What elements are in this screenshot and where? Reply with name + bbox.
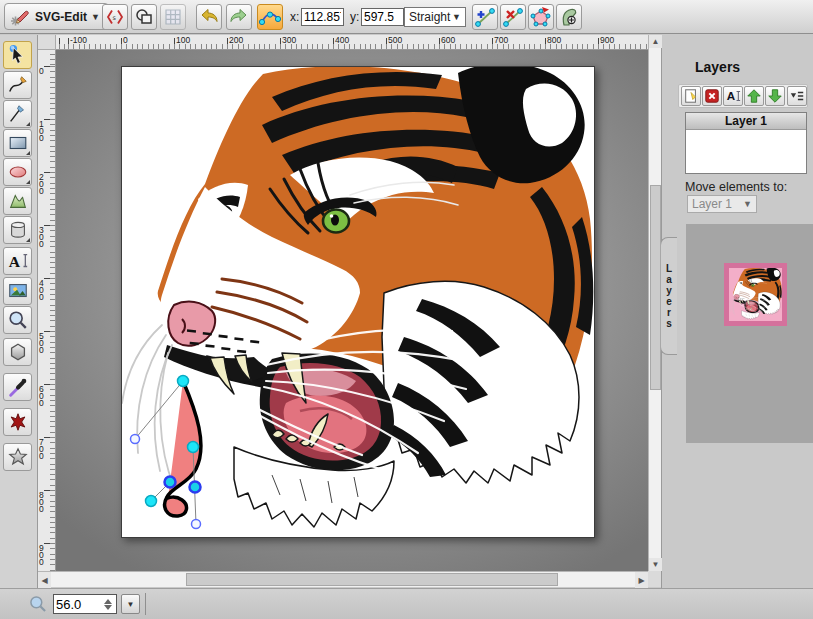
tool-pencil[interactable] <box>3 71 32 99</box>
move-layer-down-button[interactable] <box>765 86 785 106</box>
new-layer-button[interactable] <box>681 86 701 106</box>
layer-row[interactable]: Layer 1 <box>686 113 806 130</box>
svg-text:s: s <box>112 14 116 22</box>
undo-button[interactable] <box>196 4 222 30</box>
v-ruler-label: 0 <box>39 68 44 75</box>
tool-select[interactable] <box>3 41 32 69</box>
move-layer-up-button[interactable] <box>744 86 764 106</box>
layers-panel-title: Layers <box>695 59 740 75</box>
tool-star[interactable] <box>3 443 32 471</box>
zoom-spinner[interactable] <box>102 597 114 611</box>
vertical-ruler: 01 0 02 0 03 0 04 0 05 0 06 0 07 0 08 0 … <box>38 50 56 571</box>
chevron-down-icon: ▼ <box>743 199 752 209</box>
tool-zoom[interactable] <box>3 306 32 334</box>
tool-image[interactable] <box>3 277 32 305</box>
zoom-dropdown-button[interactable]: ▼ <box>121 594 140 614</box>
h-ruler-label: 600 <box>441 35 455 45</box>
path-node-selected[interactable] <box>146 496 157 507</box>
main-menu-button[interactable]: SVG-Edit ▼ <box>4 3 109 30</box>
path-node[interactable] <box>165 477 176 488</box>
delete-layer-button[interactable] <box>702 86 722 106</box>
eyedropper-icon <box>7 376 29 398</box>
zoom-icon <box>28 594 48 614</box>
rename-layer-button[interactable]: A <box>723 86 743 106</box>
scroll-up-arrow[interactable]: ▲ <box>649 35 662 48</box>
tool-eyedropper[interactable] <box>3 373 32 401</box>
tool-path[interactable] <box>3 187 32 215</box>
delete-node-button[interactable] <box>500 4 526 30</box>
menu-label: SVG-Edit <box>35 10 87 24</box>
ellipse-tool-icon <box>7 161 29 183</box>
segment-type-select[interactable]: Straight ▼ <box>404 7 466 27</box>
move-elements-select[interactable]: Layer 1 ▼ <box>687 195 757 213</box>
add-node-button[interactable] <box>472 4 498 30</box>
scroll-left-arrow[interactable]: ◀ <box>38 572 51 588</box>
v-ruler-label: 8 0 0 <box>39 492 44 513</box>
path-node-selected[interactable] <box>188 442 199 453</box>
node-tool-button[interactable] <box>257 4 283 30</box>
h-ruler-label: 900 <box>600 35 614 45</box>
canvas-thumbnail[interactable] <box>724 263 787 326</box>
horizontal-scrollbar[interactable]: ◀ ▶ <box>38 571 648 587</box>
source-editor-icon: s <box>105 7 125 27</box>
svg-edit-logo-icon <box>9 6 31 28</box>
tool-polygon[interactable] <box>3 338 32 366</box>
zoom-tool-icon <box>7 309 29 331</box>
left-toolbar: A <box>0 35 38 588</box>
grid-button[interactable] <box>160 4 186 30</box>
document-properties-button[interactable] <box>131 4 157 30</box>
scroll-right-arrow[interactable]: ▶ <box>635 572 648 588</box>
workspace[interactable] <box>56 50 648 571</box>
chevron-down-icon: ▼ <box>452 12 461 22</box>
h-ruler-label: 500 <box>388 35 402 45</box>
layer-options-button[interactable] <box>787 86 807 106</box>
zoom-input-wrap <box>53 594 117 614</box>
shapes-icon <box>134 7 154 27</box>
v-ruler-label: 5 0 0 <box>39 333 44 354</box>
redo-button[interactable] <box>226 4 252 30</box>
h-ruler-label: 100 <box>176 35 190 45</box>
arrow-down-icon <box>767 88 783 104</box>
x-input[interactable] <box>301 8 344 26</box>
add-subpath-button[interactable] <box>556 4 582 30</box>
h-ruler-label: 300 <box>282 35 296 45</box>
horizontal-scroll-thumb[interactable] <box>186 573 558 586</box>
v-ruler-label: 7 0 0 <box>39 439 44 460</box>
source-editor-button[interactable]: s <box>102 4 128 30</box>
h-ruler-label: 800 <box>547 35 561 45</box>
overview-panel <box>686 224 813 443</box>
footer-separator <box>145 593 146 615</box>
vertical-scroll-thumb[interactable] <box>650 185 661 390</box>
redo-icon <box>228 6 250 28</box>
pencil-tool-icon <box>7 74 29 96</box>
open-path-button[interactable] <box>528 4 554 30</box>
tool-ellipse[interactable] <box>3 158 32 186</box>
cylinder-icon <box>7 219 29 241</box>
y-input[interactable] <box>361 8 404 26</box>
path-node[interactable] <box>190 482 201 493</box>
rename-layer-icon: A <box>725 88 741 104</box>
layer-list[interactable]: Layer 1 <box>685 112 807 174</box>
path-node-selected[interactable] <box>178 376 189 387</box>
delete-layer-icon <box>704 88 720 104</box>
scroll-down-arrow[interactable]: ▼ <box>649 558 662 571</box>
v-ruler-label: 4 0 0 <box>39 280 44 301</box>
undo-icon <box>198 6 220 28</box>
svg-text:A: A <box>8 253 20 270</box>
zoom-level-input[interactable] <box>56 595 100 613</box>
tool-shape[interactable] <box>3 408 32 436</box>
image-tool-icon <box>7 280 29 302</box>
h-ruler-label: -100 <box>70 35 87 45</box>
tool-shape-library[interactable] <box>3 216 32 244</box>
tool-text[interactable]: A <box>3 247 32 275</box>
control-point[interactable] <box>131 435 140 444</box>
h-ruler-label: 200 <box>229 35 243 45</box>
layers-side-tab[interactable]: L a y e r s <box>660 237 677 355</box>
svg-canvas[interactable] <box>121 66 595 538</box>
tool-rectangle[interactable] <box>3 129 32 157</box>
v-ruler-label: 9 0 0 <box>39 545 44 566</box>
tool-line[interactable] <box>3 100 32 128</box>
vertical-scrollbar[interactable]: ▲ ▼ <box>648 35 661 571</box>
layer-buttons-strip: A <box>678 84 808 108</box>
control-point[interactable] <box>192 520 201 529</box>
